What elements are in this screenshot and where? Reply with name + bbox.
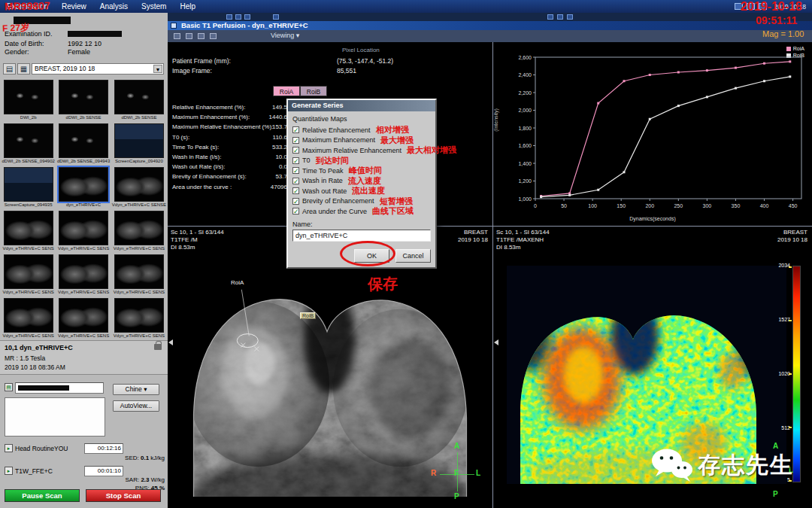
- sar-unit: W/kg: [151, 476, 165, 483]
- series-thumbnail-grid: DWI_2b dDWI_2b SENSE dDWI_2b SENSE dDWI_…: [1, 78, 167, 340]
- dialog-titlebar[interactable]: Generate Series: [288, 100, 435, 111]
- checkbox-time-to-peak[interactable]: ✓: [292, 167, 299, 174]
- checkbox-t0[interactable]: ✓: [292, 157, 299, 164]
- tool-icon[interactable]: [547, 14, 553, 20]
- menu-bar: Examination Review Analysis System Help …: [0, 0, 812, 13]
- scan-time-1[interactable]: 00:12:16: [84, 443, 123, 454]
- thumbnail-dwi-1[interactable]: DWI_2b: [1, 78, 56, 122]
- window-level-icon[interactable]: [210, 33, 217, 39]
- stop-scan-button[interactable]: Stop Scan: [86, 489, 161, 502]
- maxenh-map-viewport[interactable]: Sc 10, 1 - SI 63/144 T1TFE /MAXENH DI 8.…: [493, 227, 812, 508]
- watermark-text: 存志先生: [698, 450, 794, 481]
- grid-view-button[interactable]: ▦: [17, 63, 30, 75]
- tab-roi-b[interactable]: RoiB: [300, 86, 327, 96]
- checkbox-wash-out-rate[interactable]: ✓: [292, 187, 299, 194]
- thumbnail-vdyn-2[interactable]: Vdyn_eTHRIVE+C SENS: [1, 209, 56, 253]
- checkbox-brevity-of-enhancement[interactable]: ✓: [292, 198, 299, 205]
- menu-examination[interactable]: Examination: [0, 0, 55, 13]
- thumbnail-vdyn-6[interactable]: Vdyn_eTHRIVE+C SENS: [56, 253, 111, 297]
- thumbnail-dwi-2[interactable]: dDWI_2b SENSE: [56, 78, 111, 122]
- thumbnail-image: [4, 123, 53, 158]
- layout-icon[interactable]: [174, 33, 180, 39]
- comment-input[interactable]: [15, 382, 104, 394]
- param-row: Wash out Rate (l/s):0.0: [172, 163, 300, 173]
- thumbnail-vdyn-3[interactable]: Vdyn_eTHRIVE+C SENS: [56, 209, 111, 253]
- tool-icon[interactable]: [567, 14, 573, 20]
- scan-queue-icon-2[interactable]: ▸: [5, 467, 13, 475]
- subtraction-image-viewport[interactable]: Sc 10, 1 - SI 63/144 T1TFE /M DI 8.53m B…: [168, 227, 492, 508]
- tool-icon[interactable]: [557, 14, 563, 20]
- roi-a-marker-label[interactable]: RoiA: [231, 279, 244, 286]
- pause-scan-button[interactable]: Pause Scan: [5, 489, 80, 502]
- zoom-icon[interactable]: [198, 33, 205, 39]
- language-dropdown-button[interactable]: Chine ▾: [113, 384, 159, 395]
- scan-queue-icon-1[interactable]: ▸: [5, 444, 13, 452]
- breast-mri-image[interactable]: [168, 227, 492, 508]
- dialog-option-row: ✓Wash in Rate流入速度: [292, 176, 431, 187]
- exam-id-redacted: [68, 31, 122, 37]
- thumbnail-dyn-ethrive-selected[interactable]: dyn_eTHRIVE+C: [56, 166, 111, 209]
- svg-text:2,600: 2,600: [518, 55, 532, 60]
- thumbnail-dwi-4[interactable]: dDWI_2b SENSE_094902: [1, 122, 56, 166]
- scan-queue-item-1[interactable]: Head RoutineYOU: [15, 445, 68, 452]
- thumbnail-vdyn-8[interactable]: Vdyn_eTHRIVE+C SENS: [1, 297, 56, 340]
- menu-system[interactable]: System: [135, 0, 173, 13]
- thumbnail-image: [59, 298, 108, 333]
- thumbnail-capture-2[interactable]: ScreenCapture_094935: [1, 166, 56, 209]
- tool-icon[interactable]: [226, 14, 232, 20]
- scan-time-2[interactable]: 00:01:10: [84, 466, 123, 476]
- pixel-location-header: Pixel Location: [342, 47, 380, 53]
- cancel-button[interactable]: Cancel: [395, 249, 431, 263]
- thumbnail-label: Vdyn_eTHRIVE+C SENS: [111, 333, 167, 338]
- examination-selector[interactable]: BREAST, 2019 10 18 ▼: [32, 63, 164, 75]
- option-label: Wash in Rate: [302, 177, 343, 184]
- scroll-left-arrow[interactable]: [168, 339, 173, 345]
- menu-help[interactable]: Help: [173, 0, 202, 13]
- thumbnail-vdyn-5[interactable]: Vdyn_eTHRIVE+C SENS: [1, 253, 56, 297]
- option-label: Time To Peak: [302, 167, 344, 175]
- checkbox-maximum-relative-enhancement[interactable]: ✓: [292, 147, 299, 154]
- thumbnail-image: [114, 167, 164, 202]
- roi-b-marker-chip[interactable]: RoiB: [300, 312, 316, 319]
- scroll-left-arrow[interactable]: [494, 339, 498, 345]
- thumbnail-vdyn-10[interactable]: Vdyn_eTHRIVE+C SENS: [111, 297, 167, 340]
- checkbox-relative-enhancement[interactable]: ✓: [292, 126, 299, 133]
- notes-textarea[interactable]: [5, 397, 105, 437]
- menu-review[interactable]: Review: [55, 0, 93, 13]
- scan-queue-item-2[interactable]: T1W_FFE+C: [15, 467, 53, 475]
- thumbnail-image: [4, 298, 53, 333]
- tool-icon[interactable]: [273, 14, 279, 20]
- thumbnail-label: dDWI_2b SENSE: [56, 115, 111, 120]
- dialog-option-row: ✓Maximum Relative Enhancement最大相对增强: [292, 145, 431, 156]
- thumbnail-vdyn-9[interactable]: Vdyn_eTHRIVE+C SENS: [56, 297, 111, 340]
- thumbnail-dwi-5[interactable]: dDWI_2b SENSE_094943: [56, 122, 111, 166]
- orientation-left: L: [476, 469, 480, 477]
- thumbnail-image: [4, 80, 53, 114]
- window-titlebar[interactable]: Basic T1 Perfusion - dyn_eTHRIVE+C: [168, 21, 812, 30]
- wechat-watermark: 存志先生: [651, 448, 794, 482]
- thumbnail-dwi-3[interactable]: dDWI_2b SENSE: [111, 78, 167, 122]
- thumbnail-capture-1[interactable]: ScreenCapture_094920: [111, 122, 167, 166]
- pan-icon[interactable]: [186, 33, 192, 39]
- checkbox-wash-in-rate[interactable]: ✓: [292, 178, 299, 184]
- tool-icon[interactable]: [244, 14, 250, 20]
- tab-roi-a[interactable]: RoiA: [273, 86, 300, 96]
- chevron-down-icon[interactable]: ▼: [153, 65, 162, 73]
- thumbnail-vdyn-7[interactable]: Vdyn_eTHRIVE+C SENS: [111, 253, 167, 297]
- svg-text:1,800: 1,800: [518, 126, 532, 131]
- list-view-button[interactable]: ▤: [3, 63, 16, 75]
- checkbox-maximum-enhancement[interactable]: ✓: [292, 137, 299, 144]
- ok-button[interactable]: OK: [354, 249, 389, 263]
- viewing-menu[interactable]: Viewing ▾: [271, 30, 299, 41]
- autoview-button[interactable]: AutoView...: [113, 400, 159, 412]
- viewport-overlay-topright: BREAST 2019 10 18: [777, 229, 807, 244]
- param-label: Maximum Enhancement (%):: [172, 114, 250, 120]
- examination-selector-value: BREAST, 2019 10 18: [35, 65, 95, 72]
- thumbnail-vdyn-1[interactable]: Vdyn_eTHRIVE+C SENSE: [111, 166, 167, 209]
- checkbox-area-under-curve[interactable]: ✓: [292, 208, 299, 214]
- series-name-input[interactable]: dyn_eTHRIVE+C: [292, 230, 431, 242]
- menu-analysis[interactable]: Analysis: [93, 0, 135, 13]
- thumbnail-image: [59, 80, 108, 114]
- tool-icon[interactable]: [235, 14, 241, 20]
- thumbnail-vdyn-4[interactable]: Vdyn_eTHRIVE+C SENS: [111, 209, 167, 253]
